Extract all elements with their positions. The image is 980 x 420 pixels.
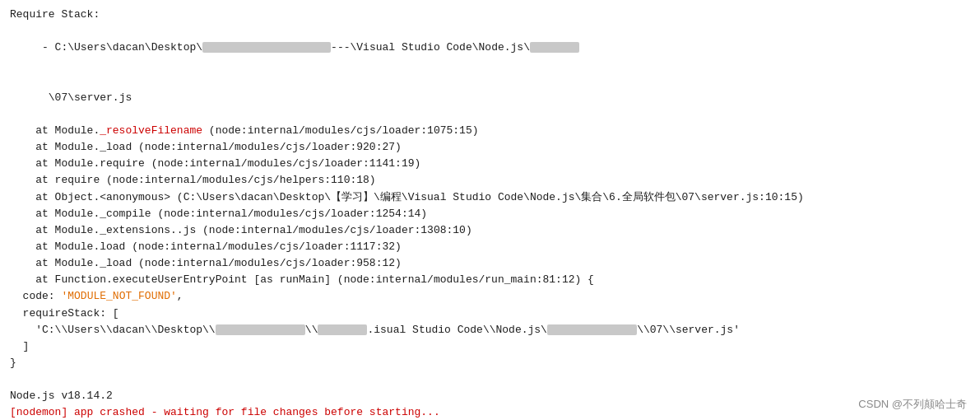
at-line-6: at Module._compile (node:internal/module… (10, 206, 970, 222)
nodemon-crashed: [nodemon] app crashed - waiting for file… (10, 404, 970, 420)
blur-2 (530, 42, 579, 53)
path-prefix: - C:\Users\dacan\Desktop\ (35, 41, 202, 54)
at-line-10: at Function.executeUserEntryPoint [as ru… (10, 272, 970, 288)
terminal-window: Require Stack: - C:\Users\dacan\Desktop\… (0, 0, 980, 420)
require-stack-2: requireStack: [ (10, 306, 970, 322)
at-line-8: at Module.load (node:internal/modules/cj… (10, 239, 970, 255)
require-stack-label: Require Stack: (10, 7, 970, 23)
blur-5 (547, 324, 637, 335)
code-line: code: 'MODULE_NOT_FOUND', (10, 288, 970, 305)
module-not-found-value: 'MODULE_NOT_FOUND' (61, 290, 176, 302)
close-brace: } (10, 355, 970, 371)
at-line-9: at Module._load (node:internal/modules/c… (10, 255, 970, 272)
stack-path-line: 'C:\\Users\\dacan\\Desktop\\ \\ .isual S… (10, 322, 970, 338)
at-line-2: at Module._load (node:internal/modules/c… (10, 139, 970, 156)
path-line-1: - C:\Users\dacan\Desktop\ ---\Visual Stu… (10, 23, 970, 72)
at-line-1: at Module._resolveFilename (node:interna… (10, 123, 970, 139)
empty-line-1 (10, 371, 970, 388)
blur-4 (318, 324, 367, 335)
path-prefix2: \07\server.js (35, 91, 132, 104)
at-line-4: at require (node:internal/modules/cjs/he… (10, 172, 970, 189)
path-suffix: ---\Visual Studio Code\Node.js\ (331, 41, 530, 54)
highlight-resolve: _resolveFilename (100, 124, 202, 137)
watermark: CSDN @不列颠哈士奇 (858, 397, 967, 412)
at-line-7: at Module._extensions..js (node:internal… (10, 222, 970, 239)
blur-3 (216, 324, 305, 335)
blur-1 (202, 42, 331, 53)
at-line-5: at Object.<anonymous> (C:\Users\dacan\De… (10, 189, 970, 206)
at-line-3: at Module.require (node:internal/modules… (10, 156, 970, 172)
close-bracket: ] (10, 338, 970, 355)
nodejs-version: Node.js v18.14.2 (10, 388, 970, 404)
path-line-2: \07\server.js (10, 73, 970, 123)
